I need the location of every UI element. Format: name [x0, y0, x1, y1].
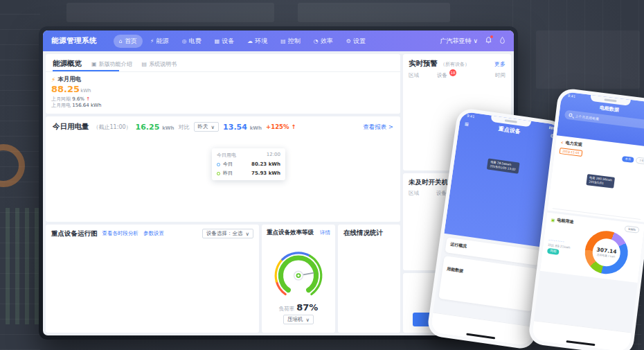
overview-card-electricity: ⚡本月用电88.25kWh上月同期 9.6% ↑上月用电 156.64 kWh [46, 71, 400, 114]
home-icon: ⌂ [119, 38, 123, 44]
timeline-labels [51, 326, 253, 331]
nav-item-label: 效率 [321, 37, 333, 46]
environment-icon: ☁ [247, 38, 253, 44]
nav-item-label: 电费 [189, 37, 202, 46]
usage-donut-chart: 307.14总用电量 / kwh [582, 229, 630, 277]
notification-dot [490, 35, 493, 38]
energy-overview-card: 能源概览 ▣新版功能介绍 ▤系统说明书 ⚡本月用电88.25kWh上月同期 9.… [46, 54, 400, 114]
chart-tooltip: 今日用电12:00 今日80.23 kWh 昨日75.93 kWh [212, 148, 285, 180]
compare-label: 对比 [179, 123, 190, 131]
manual-link[interactable]: ▤系统说明书 [142, 60, 177, 68]
chevron-down-icon: ∨ [306, 317, 310, 323]
chevron-down-icon: ∨ [246, 231, 250, 237]
nav-item-label: 控制 [288, 37, 301, 46]
today-usage-card: 今日用电量 （截止11:00） 16.25 kWh 对比 昨天∨ 13.54 k… [46, 116, 400, 222]
background-panel [298, 3, 450, 22]
nav-item-environment[interactable]: ☁环境 [242, 35, 273, 48]
alerts-scope: （所有设备） [440, 61, 469, 68]
video-icon: ▣ [91, 61, 97, 67]
control-icon: ▤ [280, 38, 286, 44]
nav-item-label: 设备 [222, 37, 234, 46]
nav-item-settings[interactable]: ⚙设置 [341, 35, 371, 48]
card-value: 88.25kWh [51, 84, 395, 96]
date-pill[interactable]: 2019-11-01 [560, 148, 583, 157]
gear-icon: ⚙ [346, 38, 351, 44]
account-menu[interactable]: 广汽菲亚特 ∨ [440, 37, 478, 46]
alert-count-badge: 18 [449, 69, 456, 76]
phone2-macro-section: ⚡电力宏观 2019-11-01 本月 7天 电量 280.56kwh 2019… [548, 135, 644, 222]
prev-label: 上月用电 [51, 103, 72, 108]
bolt-icon: ⚡ [560, 140, 564, 145]
yesterday-series-dot [217, 172, 220, 175]
mom-value: 9.6% [72, 96, 86, 102]
leaf-icon: ▣ [551, 217, 555, 222]
param-settings-link[interactable]: 参数设置 [143, 230, 164, 237]
online-stats-card: 在线情况统计 [338, 225, 400, 333]
new-features-link[interactable]: ▣新版功能介绍 [91, 60, 132, 68]
nav-item-label: 环境 [255, 37, 267, 46]
phone1-usage-card: 用能数据 [438, 256, 537, 311]
mom-label: 上月同期 [51, 96, 72, 102]
nav-item-energy[interactable]: ⚡能源 [145, 35, 175, 48]
prev-row: 上月用电 156.64 kWh [51, 103, 395, 109]
phone1-bar-chart [443, 275, 531, 308]
today-series-dot [217, 163, 220, 166]
nav-item-label: 首页 [125, 37, 137, 46]
main-nav: ⌂首页⚡能源◎电费▦设备☁环境▤控制◔效率⚙设置 [114, 35, 371, 48]
notification-bell-icon[interactable] [485, 36, 492, 46]
chevron-down-icon: ∨ [211, 124, 215, 130]
device-icon: ▦ [215, 38, 220, 44]
machine-select[interactable]: 压缩机∨ [283, 315, 314, 324]
phone2-usage-section: ▣电能用途kWh ········· 环比 89.21kwh 同期 307.14… [540, 212, 644, 283]
efficiency-icon: ◔ [314, 38, 319, 44]
prev-value: 156.64 kWh [72, 103, 101, 108]
alerts-title: 实时预警 [409, 59, 438, 69]
nav-item-bill[interactable]: ◎电费 [177, 35, 207, 48]
card-unit: kWh [80, 88, 91, 94]
top-navbar: 能源管理系统 ⌂首页⚡能源◎电费▦设备☁环境▤控制◔效率⚙设置 广汽菲亚特 ∨ [43, 30, 514, 51]
device-select[interactable]: 设备选择：全选∨ [202, 229, 253, 238]
document-icon: ▤ [142, 61, 147, 67]
overview-cards: ⚡本月用电88.25kWh上月同期 9.6% ↑上月用电 156.64 kWh [46, 71, 400, 114]
background-bars [6, 208, 39, 324]
online-title: 在线情况统计 [343, 229, 383, 238]
mom-row: 上月同期 9.6% ↑ [51, 96, 395, 103]
efficiency-gauge-card: 重点设备效率等级 详情 负荷率87% 压缩机∨ [262, 225, 335, 333]
today-title: 今日用电量 [53, 122, 89, 132]
unit-pill[interactable]: kWh [625, 225, 640, 233]
arrow-up-icon: ↑ [86, 96, 90, 102]
bolt-icon: ⚡ [51, 76, 55, 83]
month-pill[interactable]: 本月 [622, 156, 634, 163]
screenshot-stage: { "app": { "brand": "能源管理系统", "account":… [0, 0, 644, 350]
period-pill[interactable]: 同期 [547, 248, 560, 255]
device-load-title: 重点设备运行图 [51, 229, 98, 238]
period-analysis-link[interactable]: 查看各时段分析 [102, 230, 139, 237]
compare-value: 13.54 kWh [223, 123, 262, 132]
nav-item-label: 能源 [156, 37, 169, 46]
nav-item-home[interactable]: ⌂首页 [114, 35, 143, 48]
alerts-more-link[interactable]: 更多 [494, 60, 506, 68]
view-report-link[interactable]: 查看报表 > [363, 123, 393, 132]
compare-select[interactable]: 昨天∨ [194, 122, 220, 132]
energy-icon: ⚡ [150, 38, 154, 44]
device-load-card: 重点设备运行图 查看各时段分析 参数设置 设备选择：全选∨ [46, 225, 259, 333]
gauge-title: 重点设备效率等级 [267, 229, 314, 237]
navbar-right: 广汽菲亚特 ∨ [440, 36, 506, 46]
background-panel [66, 3, 274, 22]
today-value: 16.25 kWh [136, 123, 175, 132]
nav-item-label: 设置 [353, 37, 366, 46]
nav-item-device[interactable]: ▦设备 [209, 35, 240, 48]
nav-item-control[interactable]: ▤控制 [275, 35, 306, 48]
background-panel [536, 30, 640, 89]
search-icon [569, 113, 573, 117]
phone2-bar-chart [553, 157, 644, 219]
gauge-detail-link[interactable]: 详情 [320, 229, 330, 236]
week-pill[interactable]: 7天 [636, 157, 644, 164]
load-rate: 负荷率87% [262, 302, 335, 313]
phone2-tabbar [531, 320, 631, 350]
nav-item-efficiency[interactable]: ◔效率 [308, 35, 339, 48]
card-title: 本月用电 [57, 76, 81, 84]
water-drop-icon[interactable] [499, 36, 506, 46]
phone1-tabbar [430, 313, 533, 347]
app-title: 能源管理系统 [51, 36, 97, 46]
